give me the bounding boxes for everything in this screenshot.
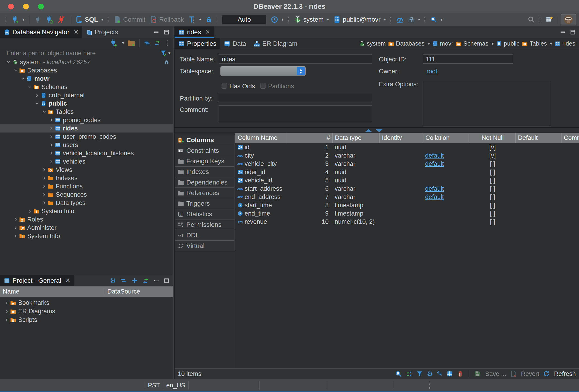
chevron-down-icon[interactable] (5, 59, 12, 65)
minimize-panel-icon[interactable] (560, 29, 566, 35)
grid-row-end_address[interactable]: ABCend_address7varchardefault[ ] (235, 193, 579, 201)
save-button[interactable]: Save ... (485, 370, 506, 378)
chevron-right-icon[interactable] (48, 142, 55, 147)
grid-column-header--[interactable]: # (286, 133, 332, 143)
new-connection-icon[interactable] (110, 39, 117, 47)
link-with-editor-icon[interactable] (154, 40, 161, 47)
sql-editor-button[interactable]: SQL▾ (73, 14, 105, 25)
splitter-down-icon[interactable] (375, 129, 383, 132)
maximize-panel-icon[interactable] (163, 278, 169, 284)
grid-column-header-comm[interactable]: Comm (561, 133, 579, 143)
form-grid-splitter[interactable] (175, 127, 579, 133)
side-tab-references[interactable]: References (175, 188, 234, 198)
side-tab-dependencies[interactable]: Dependencies (175, 177, 234, 188)
tree-item-promo-codes[interactable]: promo_codes (0, 116, 173, 124)
grid-row-id[interactable]: id1uuid[v] (235, 143, 579, 151)
has-oids-checkbox[interactable] (221, 83, 227, 89)
search-icon[interactable] (395, 370, 402, 377)
tree-item-crdb-internal[interactable]: crdb_internal (0, 91, 173, 99)
side-tab-foreign-keys[interactable]: Foreign Keys (175, 156, 234, 167)
close-icon[interactable]: ✕ (73, 29, 78, 36)
reconnect-button[interactable] (43, 14, 55, 25)
grid-row-city[interactable]: ABCcity2varchardefault[v] (235, 151, 579, 160)
commit-button[interactable]: Commit (111, 14, 147, 25)
project-item-er-diagrams[interactable]: ER Diagrams (0, 307, 173, 316)
grid-row-revenue[interactable]: 123revenue10numeric(10, 2)[ ] (235, 218, 579, 226)
chevron-right-icon[interactable] (41, 192, 48, 197)
transaction-mode-button[interactable]: ▾ (186, 14, 203, 25)
active-schema-combo[interactable]: public@movr▾ (331, 14, 388, 25)
tab-rides-editor[interactable]: rides ✕ (175, 26, 214, 38)
close-icon[interactable]: ✕ (66, 277, 71, 284)
tree-item-sequences[interactable]: Sequences (0, 190, 173, 199)
link-with-editor-icon[interactable] (142, 277, 149, 284)
chevron-right-icon[interactable] (26, 209, 33, 214)
revert-icon[interactable] (510, 370, 517, 377)
refresh-icon[interactable] (543, 370, 550, 377)
grid-row-vehicle_city[interactable]: ABCvehicle_city3varchardefault[ ] (235, 160, 579, 168)
chevron-down-icon[interactable]: ▾ (550, 41, 552, 46)
subtab-properties[interactable]: Properties (175, 38, 220, 49)
side-tab-columns[interactable]: Columns (175, 135, 234, 145)
subtab-er-diagram[interactable]: ER Diagram (250, 38, 301, 49)
table-name-input[interactable]: rides (219, 55, 372, 64)
breadcrumb-rides[interactable]: rides (555, 40, 575, 47)
minimize-panel-icon[interactable] (153, 29, 159, 35)
grid-row-start_address[interactable]: ABCstart_address6varchardefault[ ] (235, 184, 579, 193)
side-tab-indexes[interactable]: Indexes (175, 167, 234, 177)
save-icon[interactable] (474, 370, 481, 377)
tree-item-vehicle-location-histories[interactable]: vehicle_location_histories (0, 149, 173, 157)
tree-item-public[interactable]: public (0, 99, 173, 108)
tablespace-select[interactable]: ▲▼ (220, 66, 306, 76)
tree-item-schemas[interactable]: Schemas (0, 83, 173, 91)
minimize-panel-icon[interactable] (153, 278, 159, 284)
side-tab-triggers[interactable]: Triggers (175, 198, 234, 209)
chevron-down-icon[interactable] (26, 84, 33, 90)
chevron-right-icon[interactable] (48, 159, 55, 164)
collation-link[interactable]: default (425, 185, 444, 192)
chevron-right-icon[interactable] (12, 225, 19, 230)
breadcrumb-system[interactable]: system (359, 40, 386, 47)
chevron-down-icon[interactable]: ▾ (440, 17, 442, 22)
tree-item-tables[interactable]: Tables (0, 108, 173, 116)
tree-item-databases[interactable]: Databases (0, 66, 173, 74)
chevron-down-icon[interactable]: ▾ (428, 41, 430, 46)
refresh-button[interactable]: Refresh (554, 370, 576, 378)
chevron-down-icon[interactable] (12, 68, 19, 73)
chevron-down-icon[interactable] (34, 101, 41, 106)
breadcrumb-movr[interactable]: movr (432, 40, 453, 47)
side-tab-virtual[interactable]: Virtual (175, 241, 234, 251)
comment-textarea[interactable] (219, 105, 372, 122)
quick-search-button[interactable] (525, 14, 537, 25)
chevron-right-icon[interactable] (34, 93, 41, 98)
grid-row-end_time[interactable]: end_time9timestamp[ ] (235, 209, 579, 218)
chevron-right-icon[interactable] (48, 151, 55, 156)
side-tab-ddl[interactable]: <>TDDL (175, 230, 234, 241)
chevron-down-icon[interactable]: ▾ (122, 41, 124, 46)
chevron-right-icon[interactable] (48, 134, 55, 139)
tab-project-general[interactable]: Project - General ✕ (0, 275, 74, 286)
chevron-right-icon[interactable] (41, 184, 48, 189)
chevron-right-icon[interactable] (3, 300, 10, 305)
view-menu-icon[interactable]: ⋮ (164, 40, 170, 46)
close-icon[interactable]: ✕ (205, 29, 210, 36)
side-tab-statistics[interactable]: iStatistics (175, 209, 234, 220)
subtab-data[interactable]: <>Data (220, 38, 250, 49)
chevron-right-icon[interactable] (12, 217, 19, 222)
locale-indicator[interactable]: en_US (163, 379, 188, 391)
commit-mode-combo[interactable]: Auto (222, 15, 267, 24)
connect-button[interactable] (32, 14, 43, 25)
chevron-right-icon[interactable] (41, 200, 48, 205)
grid-column-header-data-type[interactable]: Data type (332, 133, 379, 143)
tree-item-roles[interactable]: Roles (0, 215, 173, 224)
rollback-button[interactable]: Rollback (147, 14, 186, 25)
breadcrumb-public[interactable]: public (496, 40, 519, 47)
tree-item-user-promo-codes[interactable]: user_promo_codes (0, 132, 173, 141)
column-header-datasource[interactable]: DataSource (105, 288, 173, 295)
tab-database-navigator[interactable]: Database Navigator ✕ (0, 26, 82, 38)
timezone-indicator[interactable]: PST (145, 379, 163, 391)
chevron-right-icon[interactable] (48, 117, 55, 123)
project-item-bookmarks[interactable]: Bookmarks (0, 299, 173, 307)
gear-icon[interactable]: ⚙ (427, 370, 433, 377)
pencil-icon[interactable]: ✎ (437, 370, 442, 377)
